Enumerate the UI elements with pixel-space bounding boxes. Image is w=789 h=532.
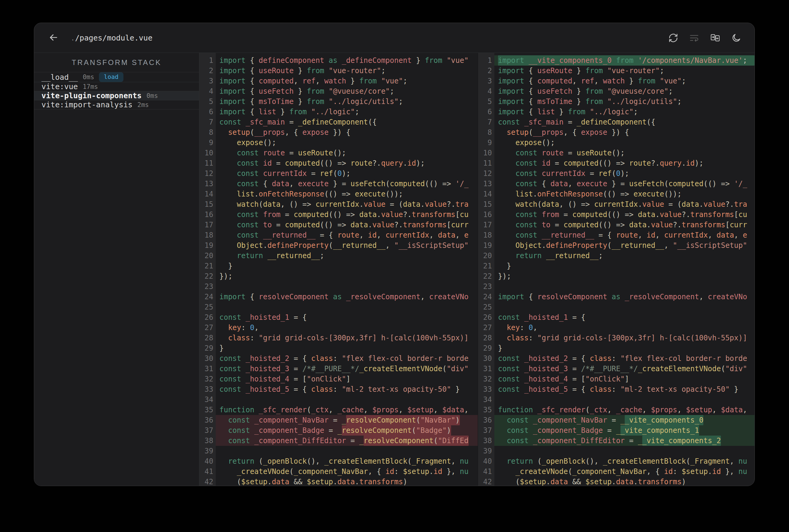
line-number: 42 [478,477,494,486]
line-number: 40 [478,456,494,467]
line-number: 1 [199,55,216,65]
line-number: 30 [478,353,494,364]
code-line: class: "grid grid-cols-[300px,3fr] h-[ca… [216,333,478,343]
back-button[interactable] [48,32,59,44]
line-number: 25 [478,302,494,312]
line-number: 38 [199,436,216,446]
transform-stack-item[interactable]: __load__0msload [34,72,199,82]
code-line [216,281,478,292]
line-number: 32 [199,374,216,384]
line-number: 28 [478,333,494,343]
code-line [494,302,754,312]
line-number: 24 [199,292,216,302]
line-number: 14 [199,189,216,199]
line-number: 34 [199,395,216,405]
code-line [216,302,478,312]
line-number: 15 [478,199,494,209]
line-number: 7 [478,117,494,127]
line-number: 41 [478,467,494,477]
line-number: 16 [199,209,216,220]
line-number: 4 [478,86,494,96]
code-line: const _sfc_main = _defineComponent({ [216,117,478,127]
dark-mode-button[interactable] [731,33,741,43]
code-line: watch(data, () => currentIdx.value = (da… [494,199,754,209]
code-line: import { list } from "../logic"; [494,107,754,117]
line-number: 19 [199,240,216,251]
code-line: function _sfc_render(_ctx, _cache, $prop… [216,405,478,415]
transform-stack-item[interactable]: vite-plugin-components0ms [34,91,199,100]
line-number: 12 [478,168,494,179]
line-wrap-button[interactable] [689,33,699,43]
code-line: const _hoisted_4 = ["onClick"] [494,374,754,384]
code-line: return __returned__; [494,251,754,261]
line-number: 37 [478,425,494,436]
line-number: 11 [478,158,494,168]
swap-panes-button[interactable] [710,33,720,43]
transform-stack-item[interactable]: vite:vue17ms [34,82,199,91]
title-prefix: . [71,34,75,42]
line-number: 17 [199,220,216,230]
code-line: const from = computed(() => data.value?.… [216,209,478,220]
line-number: 5 [478,96,494,107]
code-line: } [494,343,754,353]
diff-pane-after[interactable]: 1234567891011121314151617181920212223242… [478,53,754,486]
line-number: 30 [199,353,216,364]
line-number: 25 [199,302,216,312]
code-line: import { useFetch } from "@vueuse/core"; [494,86,754,96]
line-number: 33 [478,384,494,395]
code-line: const _hoisted_1 = { [494,312,754,323]
code-line-removed: const _component_Badge = _resolveCompone… [216,425,478,436]
plugin-time: 0ms [82,73,94,81]
code-line: const __returned__ = { route, id, curren… [216,230,478,240]
code-line [494,395,754,405]
code-line: watch(data, () => currentIdx.value = (da… [216,199,478,209]
code-line: import { msToTime } from "../logic/utils… [216,96,478,107]
code-line: } [494,261,754,271]
topbar: ./pages/module.vue [34,23,754,53]
line-number: 22 [199,271,216,281]
line-number: 5 [199,96,216,107]
swap-panes-icon [710,33,720,43]
line-number: 31 [199,364,216,374]
code-line: import { useFetch } from "@vueuse/core"; [216,86,478,96]
transform-stack-item[interactable]: vite:import-analysis2ms [34,100,199,110]
line-number: 33 [199,384,216,395]
line-number: 6 [199,107,216,117]
code-line: return (_openBlock(), _createElementBloc… [494,456,754,467]
sidebar-header: TRANSFORM STACK [34,53,199,72]
code-line: const _sfc_main = _defineComponent({ [494,117,754,127]
code-line [494,281,754,292]
line-number: 8 [199,127,216,137]
refresh-button[interactable] [668,33,678,43]
line-number: 20 [199,251,216,261]
line-number: 34 [478,395,494,405]
line-number: 10 [478,148,494,158]
code-line: key: 0, [494,323,754,333]
code-line: }); [494,271,754,281]
code-line: const _hoisted_3 = /*#__PURE__*/_createE… [216,364,478,374]
plugin-name: vite-plugin-components [41,91,142,100]
line-number: 24 [478,292,494,302]
code-line: import { msToTime } from "../logic/utils… [494,96,754,107]
code-line: setup(__props, { expose }) { [216,127,478,137]
line-number: 11 [199,158,216,168]
line-number: 36 [199,415,216,425]
code-line: import { computed, ref, watch } from "vu… [494,76,754,86]
line-number: 13 [478,179,494,189]
plugin-name: __load__ [41,73,78,82]
code-line: const _hoisted_1 = { [216,312,478,323]
load-badge: load [99,72,123,82]
code-line: const _hoisted_5 = { class: "ml-2 text-x… [494,384,754,395]
code-line: const { data, execute } = useFetch(compu… [216,179,478,189]
transform-stack-sidebar: TRANSFORM STACK __load__0msloadvite:vue1… [34,53,199,486]
code-line [216,395,478,405]
line-number: 26 [478,312,494,323]
line-number: 29 [478,343,494,353]
line-number: 17 [478,220,494,230]
line-number-gutter: 1234567891011121314151617181920212223242… [478,53,494,486]
code-line: import { useRoute } from "vue-router"; [494,65,754,76]
line-number: 23 [478,281,494,292]
code-line: key: 0, [216,323,478,333]
line-number: 4 [199,86,216,96]
diff-pane-before[interactable]: 1234567891011121314151617181920212223242… [199,53,478,486]
